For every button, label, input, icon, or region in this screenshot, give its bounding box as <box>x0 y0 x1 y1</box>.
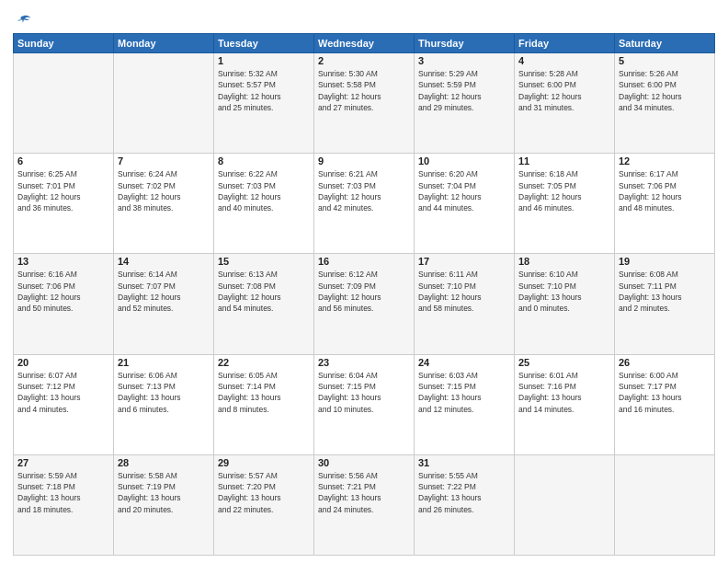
empty-cell <box>515 454 615 555</box>
day-number: 19 <box>619 256 711 267</box>
day-info: Sunrise: 6:25 AM Sunset: 7:01 PM Dayligh… <box>17 168 109 213</box>
day-info: Sunrise: 5:26 AM Sunset: 6:00 PM Dayligh… <box>619 68 711 113</box>
day-info: Sunrise: 5:28 AM Sunset: 6:00 PM Dayligh… <box>518 68 610 113</box>
day-cell-29: 29Sunrise: 5:57 AM Sunset: 7:20 PM Dayli… <box>214 454 314 555</box>
day-number: 16 <box>318 256 410 267</box>
day-cell-16: 16Sunrise: 6:12 AM Sunset: 7:09 PM Dayli… <box>314 254 415 354</box>
day-cell-20: 20Sunrise: 6:07 AM Sunset: 7:12 PM Dayli… <box>14 354 114 454</box>
day-info: Sunrise: 6:04 AM Sunset: 7:15 PM Dayligh… <box>318 370 410 415</box>
weekday-header-wednesday: Wednesday <box>314 34 415 53</box>
day-number: 21 <box>118 357 210 368</box>
day-number: 24 <box>418 357 510 368</box>
day-info: Sunrise: 6:20 AM Sunset: 7:04 PM Dayligh… <box>418 168 510 213</box>
day-number: 4 <box>518 55 610 66</box>
top-section <box>13 9 715 29</box>
day-cell-3: 3Sunrise: 5:29 AM Sunset: 5:59 PM Daylig… <box>415 53 515 154</box>
day-cell-13: 13Sunrise: 6:16 AM Sunset: 7:06 PM Dayli… <box>14 254 114 354</box>
day-cell-19: 19Sunrise: 6:08 AM Sunset: 7:11 PM Dayli… <box>615 254 715 354</box>
day-info: Sunrise: 5:58 AM Sunset: 7:19 PM Dayligh… <box>118 470 210 515</box>
day-number: 9 <box>318 155 410 167</box>
day-info: Sunrise: 6:24 AM Sunset: 7:02 PM Dayligh… <box>118 168 210 213</box>
logo-bird-icon <box>15 13 31 29</box>
empty-cell <box>615 454 715 555</box>
day-info: Sunrise: 6:05 AM Sunset: 7:14 PM Dayligh… <box>218 370 310 415</box>
day-cell-27: 27Sunrise: 5:59 AM Sunset: 7:18 PM Dayli… <box>14 454 114 555</box>
day-cell-21: 21Sunrise: 6:06 AM Sunset: 7:13 PM Dayli… <box>114 354 214 454</box>
day-cell-6: 6Sunrise: 6:25 AM Sunset: 7:01 PM Daylig… <box>14 154 114 254</box>
day-number: 11 <box>518 155 610 167</box>
day-info: Sunrise: 6:18 AM Sunset: 7:05 PM Dayligh… <box>518 168 610 213</box>
day-cell-1: 1Sunrise: 5:32 AM Sunset: 5:57 PM Daylig… <box>214 53 314 154</box>
weekday-header-monday: Monday <box>114 34 214 53</box>
day-info: Sunrise: 6:14 AM Sunset: 7:07 PM Dayligh… <box>118 269 210 314</box>
day-number: 2 <box>318 55 410 66</box>
day-number: 18 <box>518 256 610 267</box>
day-number: 28 <box>118 457 210 468</box>
weekday-header-thursday: Thursday <box>415 34 515 53</box>
week-row-3: 13Sunrise: 6:16 AM Sunset: 7:06 PM Dayli… <box>14 254 715 354</box>
day-cell-22: 22Sunrise: 6:05 AM Sunset: 7:14 PM Dayli… <box>214 354 314 454</box>
day-info: Sunrise: 6:22 AM Sunset: 7:03 PM Dayligh… <box>218 168 310 213</box>
week-row-2: 6Sunrise: 6:25 AM Sunset: 7:01 PM Daylig… <box>14 154 715 254</box>
day-cell-30: 30Sunrise: 5:56 AM Sunset: 7:21 PM Dayli… <box>314 454 415 555</box>
day-info: Sunrise: 6:13 AM Sunset: 7:08 PM Dayligh… <box>218 269 310 314</box>
day-number: 26 <box>619 357 711 368</box>
empty-cell <box>14 53 114 154</box>
day-cell-25: 25Sunrise: 6:01 AM Sunset: 7:16 PM Dayli… <box>515 354 615 454</box>
day-info: Sunrise: 6:03 AM Sunset: 7:15 PM Dayligh… <box>418 370 510 415</box>
day-number: 27 <box>17 457 109 468</box>
day-info: Sunrise: 6:00 AM Sunset: 7:17 PM Dayligh… <box>619 370 711 415</box>
day-info: Sunrise: 6:07 AM Sunset: 7:12 PM Dayligh… <box>17 370 109 415</box>
page: SundayMondayTuesdayWednesdayThursdayFrid… <box>0 0 728 563</box>
day-info: Sunrise: 6:21 AM Sunset: 7:03 PM Dayligh… <box>318 168 410 213</box>
day-cell-8: 8Sunrise: 6:22 AM Sunset: 7:03 PM Daylig… <box>214 154 314 254</box>
empty-cell <box>114 53 214 154</box>
day-number: 20 <box>17 357 109 368</box>
day-number: 31 <box>418 457 510 468</box>
day-number: 13 <box>17 256 109 267</box>
day-info: Sunrise: 5:59 AM Sunset: 7:18 PM Dayligh… <box>17 470 109 515</box>
day-info: Sunrise: 6:12 AM Sunset: 7:09 PM Dayligh… <box>318 269 410 314</box>
day-cell-23: 23Sunrise: 6:04 AM Sunset: 7:15 PM Dayli… <box>314 354 415 454</box>
weekday-header-saturday: Saturday <box>615 34 715 53</box>
weekday-header-row: SundayMondayTuesdayWednesdayThursdayFrid… <box>14 34 715 53</box>
day-info: Sunrise: 6:16 AM Sunset: 7:06 PM Dayligh… <box>17 269 109 314</box>
day-cell-15: 15Sunrise: 6:13 AM Sunset: 7:08 PM Dayli… <box>214 254 314 354</box>
weekday-header-sunday: Sunday <box>14 34 114 53</box>
day-number: 15 <box>218 256 310 267</box>
weekday-header-tuesday: Tuesday <box>214 34 314 53</box>
day-cell-18: 18Sunrise: 6:10 AM Sunset: 7:10 PM Dayli… <box>515 254 615 354</box>
day-number: 5 <box>619 55 711 66</box>
day-info: Sunrise: 6:01 AM Sunset: 7:16 PM Dayligh… <box>518 370 610 415</box>
day-info: Sunrise: 6:08 AM Sunset: 7:11 PM Dayligh… <box>619 269 711 314</box>
day-cell-11: 11Sunrise: 6:18 AM Sunset: 7:05 PM Dayli… <box>515 154 615 254</box>
logo <box>13 13 31 29</box>
day-cell-24: 24Sunrise: 6:03 AM Sunset: 7:15 PM Dayli… <box>415 354 515 454</box>
day-number: 14 <box>118 256 210 267</box>
day-cell-5: 5Sunrise: 5:26 AM Sunset: 6:00 PM Daylig… <box>615 53 715 154</box>
day-info: Sunrise: 5:30 AM Sunset: 5:58 PM Dayligh… <box>318 68 410 113</box>
day-number: 10 <box>418 155 510 167</box>
weekday-header-friday: Friday <box>515 34 615 53</box>
day-cell-28: 28Sunrise: 5:58 AM Sunset: 7:19 PM Dayli… <box>114 454 214 555</box>
day-number: 12 <box>619 155 711 167</box>
day-cell-4: 4Sunrise: 5:28 AM Sunset: 6:00 PM Daylig… <box>515 53 615 154</box>
day-number: 29 <box>218 457 310 468</box>
day-cell-10: 10Sunrise: 6:20 AM Sunset: 7:04 PM Dayli… <box>415 154 515 254</box>
day-info: Sunrise: 5:57 AM Sunset: 7:20 PM Dayligh… <box>218 470 310 515</box>
day-info: Sunrise: 5:32 AM Sunset: 5:57 PM Dayligh… <box>218 68 310 113</box>
day-number: 6 <box>17 155 109 167</box>
day-info: Sunrise: 6:10 AM Sunset: 7:10 PM Dayligh… <box>518 269 610 314</box>
day-number: 25 <box>518 357 610 368</box>
day-info: Sunrise: 5:55 AM Sunset: 7:22 PM Dayligh… <box>418 470 510 515</box>
day-cell-7: 7Sunrise: 6:24 AM Sunset: 7:02 PM Daylig… <box>114 154 214 254</box>
day-number: 1 <box>218 55 310 66</box>
day-info: Sunrise: 5:56 AM Sunset: 7:21 PM Dayligh… <box>318 470 410 515</box>
day-number: 3 <box>418 55 510 66</box>
day-cell-31: 31Sunrise: 5:55 AM Sunset: 7:22 PM Dayli… <box>415 454 515 555</box>
day-info: Sunrise: 5:29 AM Sunset: 5:59 PM Dayligh… <box>418 68 510 113</box>
day-cell-17: 17Sunrise: 6:11 AM Sunset: 7:10 PM Dayli… <box>415 254 515 354</box>
day-cell-26: 26Sunrise: 6:00 AM Sunset: 7:17 PM Dayli… <box>615 354 715 454</box>
day-number: 7 <box>118 155 210 167</box>
day-number: 8 <box>218 155 310 167</box>
